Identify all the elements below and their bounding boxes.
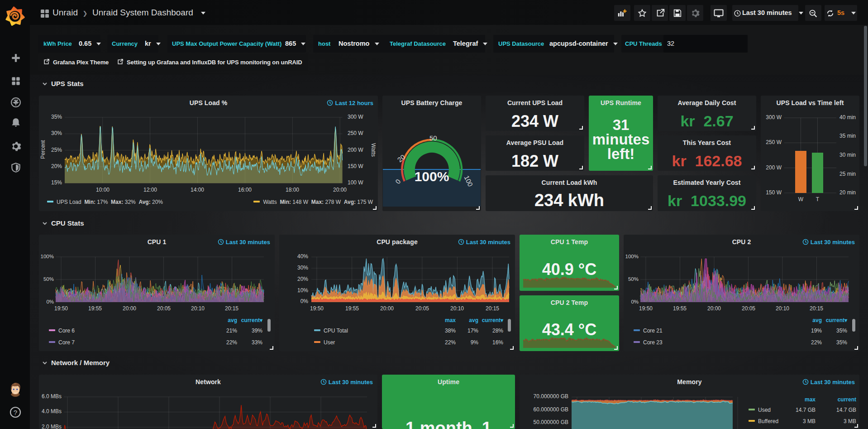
svg-text:?: ?: [14, 409, 17, 416]
